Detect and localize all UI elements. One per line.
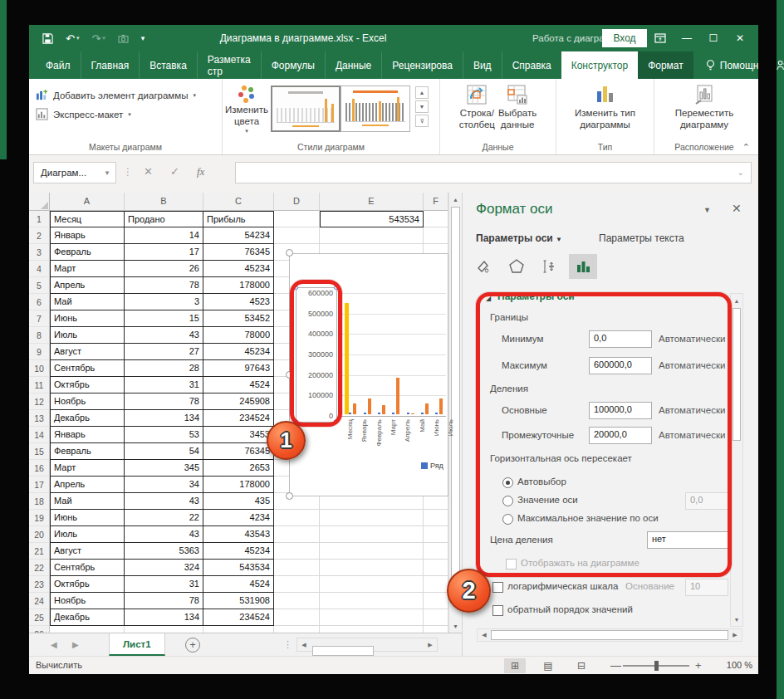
cell[interactable]: 543534 bbox=[320, 211, 424, 227]
cell[interactable]: Продано bbox=[125, 211, 203, 227]
cell[interactable]: 178000 bbox=[203, 277, 274, 294]
cell[interactable]: Апрель bbox=[50, 277, 125, 294]
ribbon-tab[interactable]: Формулы bbox=[261, 51, 325, 79]
gallery-up-icon[interactable]: ▲ bbox=[415, 86, 429, 99]
formula-bar-splitter[interactable]: ⋮ bbox=[123, 166, 133, 178]
pane-scroll-left-icon[interactable]: ◀ bbox=[478, 629, 491, 641]
row-header[interactable]: 8 bbox=[29, 327, 50, 344]
redo-button[interactable]: ↷▾ bbox=[91, 32, 105, 45]
cell[interactable]: 27 bbox=[125, 344, 203, 360]
name-box[interactable]: Диаграм...▼ bbox=[33, 162, 116, 183]
ribbon-tab[interactable]: Вставка bbox=[139, 51, 197, 79]
ribbon-tab[interactable]: Файл bbox=[36, 51, 81, 79]
chart-bar[interactable] bbox=[411, 413, 414, 414]
pane-scroll-down-icon[interactable]: ▼ bbox=[731, 613, 742, 626]
cancel-icon[interactable]: ✕ bbox=[144, 165, 153, 178]
cell[interactable]: Март bbox=[50, 460, 125, 477]
row-header[interactable]: 2 bbox=[29, 227, 50, 244]
name-box-dropdown-icon[interactable]: ▼ bbox=[104, 169, 115, 177]
quick-layout-button[interactable]: Экспресс-макет▾ bbox=[29, 105, 222, 124]
cell[interactable] bbox=[424, 526, 448, 543]
chart-bar[interactable] bbox=[421, 413, 424, 414]
cell[interactable]: 15 bbox=[125, 310, 203, 327]
cell[interactable]: 28 bbox=[125, 360, 203, 377]
row-header[interactable]: 21 bbox=[29, 543, 50, 560]
zoom-in-icon[interactable]: + bbox=[695, 659, 702, 672]
chart-legend[interactable]: Ряд bbox=[421, 462, 443, 470]
cell[interactable] bbox=[274, 626, 320, 633]
pane-horizontal-scrollbar[interactable]: ◀ ▶ bbox=[477, 628, 742, 642]
pane-scroll-right-icon[interactable]: ▶ bbox=[728, 629, 742, 641]
cell[interactable]: 22 bbox=[125, 510, 203, 526]
cell[interactable]: 4234 bbox=[203, 510, 274, 526]
ribbon-tab[interactable]: Конструктор bbox=[561, 51, 638, 79]
ribbon-tab[interactable]: Справка bbox=[502, 51, 561, 79]
cell[interactable]: 54 bbox=[125, 443, 203, 460]
cell[interactable]: 345 bbox=[125, 460, 203, 477]
cell[interactable]: Июнь bbox=[50, 510, 125, 526]
cell[interactable]: 45234 bbox=[203, 344, 274, 360]
cell[interactable] bbox=[320, 626, 424, 633]
chart-bar[interactable] bbox=[392, 413, 394, 414]
cell[interactable]: 4524 bbox=[203, 576, 274, 593]
cell[interactable] bbox=[424, 626, 448, 633]
chart-bar[interactable] bbox=[345, 303, 349, 414]
cell[interactable]: Январь bbox=[50, 427, 125, 443]
cell[interactable] bbox=[424, 510, 448, 526]
cell[interactable] bbox=[424, 211, 448, 227]
zoom-slider-thumb[interactable] bbox=[654, 661, 659, 671]
cell[interactable] bbox=[320, 576, 424, 593]
sheet-nav-next-icon[interactable]: ▶ bbox=[72, 640, 79, 649]
pane-close-icon[interactable]: ✕ bbox=[732, 202, 742, 215]
cell[interactable]: 4523 bbox=[203, 294, 274, 310]
log-scale-label[interactable]: логарифмическая шкала bbox=[507, 581, 618, 591]
row-header[interactable]: 18 bbox=[29, 493, 50, 510]
cell[interactable] bbox=[424, 560, 448, 576]
cell[interactable]: 4524 bbox=[203, 377, 274, 393]
cell[interactable] bbox=[274, 576, 320, 593]
view-page-layout-icon[interactable]: ▤ bbox=[537, 658, 559, 673]
scroll-down-icon[interactable]: ▼ bbox=[449, 619, 462, 633]
pane-vertical-scrollbar[interactable]: ▲ ▼ bbox=[730, 293, 743, 627]
cell[interactable] bbox=[424, 543, 448, 560]
cell[interactable] bbox=[274, 560, 320, 576]
cell[interactable]: 78000 bbox=[203, 327, 274, 344]
chart-bar[interactable] bbox=[353, 403, 356, 414]
cell[interactable] bbox=[274, 593, 320, 609]
cell[interactable]: 45234 bbox=[203, 543, 274, 560]
cell[interactable]: 234524 bbox=[203, 609, 274, 626]
cell[interactable]: Ноябрь bbox=[50, 593, 125, 609]
row-header[interactable]: 23 bbox=[29, 576, 50, 593]
cell[interactable]: 76345 bbox=[203, 244, 274, 261]
add-chart-element-button[interactable]: Добавить элемент диаграммы▾ bbox=[29, 86, 222, 105]
ribbon-tab[interactable]: Рецензирова bbox=[381, 51, 463, 79]
cell[interactable]: 43 bbox=[125, 327, 203, 344]
tab-text-options[interactable]: Параметры текста bbox=[599, 232, 684, 244]
cell[interactable] bbox=[424, 227, 448, 244]
cell[interactable]: Месяц bbox=[50, 211, 125, 227]
customize-qat-icon[interactable]: ▾ bbox=[141, 34, 145, 42]
column-header-D[interactable]: D bbox=[274, 193, 320, 211]
gallery-more-icon[interactable]: ⊽ bbox=[415, 115, 429, 127]
help-tab[interactable]: Помощн bbox=[705, 59, 759, 71]
maximize-button[interactable]: ☐ bbox=[700, 25, 727, 51]
cell[interactable]: Март bbox=[50, 261, 125, 277]
cell[interactable]: 45234 bbox=[203, 261, 274, 277]
cell[interactable] bbox=[424, 609, 448, 626]
save-icon[interactable] bbox=[42, 33, 53, 44]
chart-bar[interactable] bbox=[439, 398, 443, 414]
row-header[interactable]: 17 bbox=[29, 477, 50, 493]
formula-bar-expand-icon[interactable]: ⌄ bbox=[737, 168, 744, 177]
hscroll-right-icon[interactable]: ▶ bbox=[424, 638, 437, 651]
cell[interactable]: 78 bbox=[125, 277, 203, 294]
ribbon-tab[interactable]: Формат bbox=[638, 51, 693, 79]
cell[interactable]: 31 bbox=[125, 576, 203, 593]
enter-icon[interactable]: ✓ bbox=[170, 165, 179, 178]
row-header[interactable]: 12 bbox=[29, 393, 50, 410]
reverse-order-label[interactable]: обратный порядок значений bbox=[507, 604, 633, 614]
chart-bar[interactable] bbox=[425, 403, 429, 414]
cell[interactable]: Май bbox=[50, 493, 125, 510]
cell[interactable]: 53 bbox=[125, 427, 203, 443]
zoom-level-label[interactable]: 100 % bbox=[713, 660, 752, 670]
row-header[interactable]: 10 bbox=[29, 360, 50, 377]
